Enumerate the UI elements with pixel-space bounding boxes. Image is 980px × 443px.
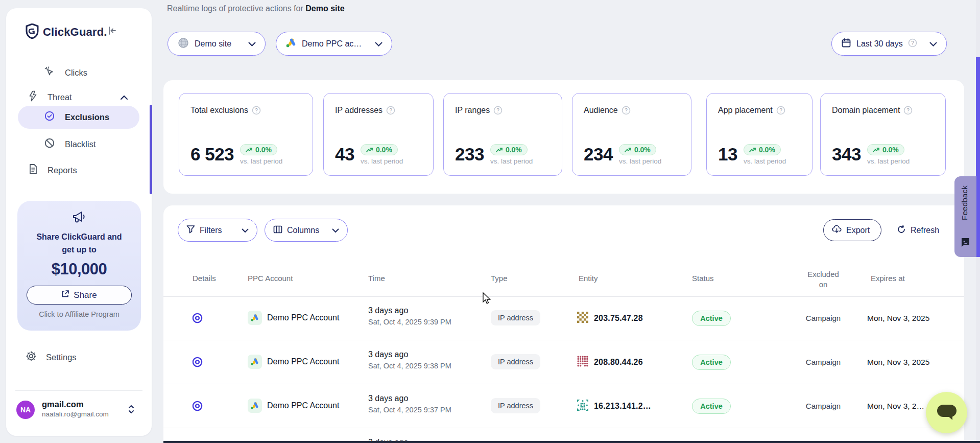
- filters-button[interactable]: Filters: [178, 219, 257, 242]
- expires-at-cell: Mon, Nov 3, 2…: [867, 402, 924, 411]
- stat-sub: vs. last period: [361, 157, 403, 165]
- column-header-status[interactable]: Status: [692, 274, 714, 283]
- sidebar-item-exclusions[interactable]: Exclusions: [6, 106, 152, 128]
- chevron-down-icon: [332, 226, 339, 235]
- stat-card-total-exclusions: Total exclusions? 6 523 0.0% vs. last pe…: [179, 93, 313, 176]
- type-badge: IP address: [491, 354, 540, 369]
- refresh-icon: [897, 225, 906, 236]
- help-icon[interactable]: ?: [386, 106, 395, 115]
- stat-sub: vs. last period: [240, 157, 282, 165]
- stat-value: 6 523: [190, 144, 234, 165]
- google-ads-icon: [248, 399, 262, 413]
- site-selector-dropdown[interactable]: Demo site: [168, 32, 266, 56]
- trending-up-icon: [246, 147, 253, 153]
- sidebar-item-blacklist[interactable]: Blacklist: [6, 133, 152, 155]
- column-header-excluded-on[interactable]: Excluded on: [803, 269, 844, 290]
- stat-value: 233: [455, 144, 484, 165]
- sidebar-item-settings[interactable]: Settings: [6, 346, 152, 368]
- svg-text:?: ?: [496, 108, 499, 113]
- stat-delta-badge: 0.0%: [744, 144, 781, 155]
- ppc-account-name: Demo PPC Account: [267, 313, 339, 322]
- page-subtitle: Realtime logs of protective actions for …: [167, 4, 345, 13]
- sidebar-item-clicks[interactable]: Clicks: [6, 61, 152, 84]
- sidebar-item-label: Clicks: [65, 68, 87, 78]
- time-relative: 3 days ago: [368, 350, 451, 359]
- help-icon[interactable]: ?: [252, 106, 261, 115]
- share-button[interactable]: Share: [27, 286, 132, 305]
- time-cell: 3 days ago Sat, Oct 4, 2025 9:38 PM: [368, 350, 451, 370]
- details-eye-icon[interactable]: [192, 356, 203, 370]
- trending-up-icon: [496, 147, 503, 153]
- columns-icon: [273, 225, 282, 236]
- sidebar-scrollbar[interactable]: [150, 105, 152, 194]
- excluded-on-cell: Campaign: [803, 402, 844, 410]
- page-scrollbar-thumb[interactable]: [976, 57, 980, 257]
- cursor-click-icon: [44, 66, 55, 79]
- column-header-type[interactable]: Type: [491, 274, 508, 283]
- stat-label: Audience: [584, 106, 618, 115]
- sidebar-collapse-icon[interactable]: [107, 26, 117, 38]
- column-header-entity[interactable]: Entity: [579, 274, 598, 283]
- feedback-tab[interactable]: Feedback: [954, 176, 976, 257]
- stat-delta-badge: 0.0%: [240, 144, 277, 155]
- column-header-ppc-account[interactable]: PPC Account: [248, 274, 293, 283]
- date-range-value: Last 30 days: [856, 39, 903, 49]
- ppc-account-cell: Demo PPC Account: [248, 311, 339, 325]
- subtitle-site-name: Demo site: [305, 4, 344, 13]
- ppc-account-name: Demo PPC Account: [267, 357, 339, 366]
- details-eye-icon[interactable]: [192, 312, 203, 326]
- column-header-details[interactable]: Details: [193, 274, 216, 283]
- ppc-account-cell: Demo PPC Account: [248, 355, 339, 369]
- column-header-time[interactable]: Time: [368, 274, 385, 283]
- help-icon[interactable]: ?: [776, 106, 785, 115]
- user-name: gmail.com: [42, 400, 84, 409]
- help-icon[interactable]: ?: [622, 106, 631, 115]
- affiliate-share-card[interactable]: Share ClickGuard and get up to $10,000 S…: [17, 201, 141, 331]
- google-ads-icon: [248, 355, 262, 369]
- date-range-dropdown[interactable]: Last 30 days ?: [831, 32, 947, 56]
- stat-delta-badge: 0.0%: [490, 144, 528, 155]
- stat-value: 234: [584, 144, 613, 165]
- ppc-account-selector-dropdown[interactable]: Demo PPC ac…: [276, 32, 392, 56]
- table-row: Demo PPC Account 3 days ago Sat, Oct 4, …: [163, 296, 964, 340]
- entity-value: 208.80.44.26: [594, 358, 643, 367]
- entity-cell: 203.75.47.28: [577, 312, 643, 325]
- user-menu[interactable]: NA gmail.com naatali.ro@gmail.com: [16, 400, 141, 422]
- sidebar-item-reports[interactable]: Reports: [6, 159, 152, 181]
- time-relative: 3 days ago: [368, 306, 451, 315]
- stat-value: 43: [335, 144, 354, 165]
- sidebar: ClickGuard. Clicks Threat Exclusions Bla…: [6, 8, 152, 436]
- columns-button[interactable]: Columns: [265, 219, 348, 242]
- svg-text:?: ?: [779, 108, 782, 113]
- affiliate-link[interactable]: Click to Affiliate Program: [17, 310, 141, 318]
- sidebar-item-label: Settings: [46, 353, 77, 362]
- stat-label: IP ranges: [455, 106, 490, 115]
- time-absolute: Sat, Oct 4, 2025 9:38 PM: [368, 362, 451, 370]
- time-absolute: Sat, Oct 4, 2025 9:39 PM: [368, 318, 451, 326]
- avatar: NA: [16, 401, 35, 419]
- chevron-sort-icon: [128, 404, 135, 417]
- entity-cell: 16.213.141.2…: [577, 400, 651, 413]
- help-icon[interactable]: ?: [493, 106, 503, 115]
- type-badge: IP address: [491, 310, 540, 325]
- chevron-down-icon: [375, 39, 383, 49]
- stat-label: Total exclusions: [190, 106, 248, 115]
- trending-up-icon: [749, 147, 756, 153]
- time-absolute: Sat, Oct 4, 2025 9:37 PM: [368, 406, 451, 414]
- share-card-line2: get up to: [17, 243, 141, 256]
- type-badge: IP address: [491, 398, 540, 413]
- export-button[interactable]: Export: [823, 219, 881, 241]
- help-icon[interactable]: ?: [903, 106, 913, 115]
- chat-launcher-button[interactable]: [926, 392, 967, 433]
- stat-sub: vs. last period: [744, 157, 786, 165]
- status-badge: Active: [692, 311, 731, 326]
- ppc-account-selector-value: Demo PPC ac…: [302, 39, 362, 49]
- column-header-expires-at[interactable]: Expires at: [871, 274, 905, 283]
- refresh-button-label: Refresh: [911, 226, 939, 235]
- chevron-down-icon: [242, 226, 249, 235]
- refresh-button[interactable]: Refresh: [893, 219, 943, 241]
- details-eye-icon[interactable]: [192, 400, 203, 414]
- document-icon: [28, 164, 38, 177]
- ppc-account-cell: Demo PPC Account: [248, 399, 339, 413]
- sidebar-item-threat[interactable]: Threat: [6, 86, 152, 108]
